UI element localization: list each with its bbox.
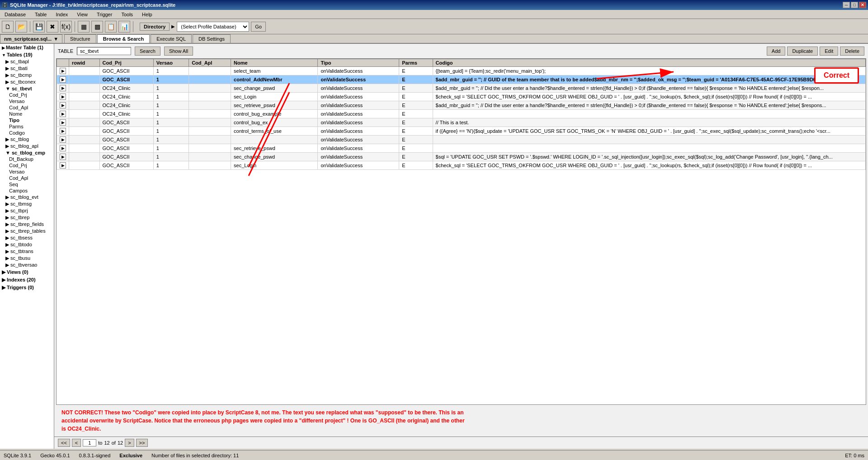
profile-database-dropdown[interactable]: (Select Profile Database) xyxy=(177,22,249,32)
sidebar-item-sc_tbprj[interactable]: ▶ sc_tbprj xyxy=(0,207,54,214)
sidebar-item-sc_tblog_evt[interactable]: ▶ sc_tblog_evt xyxy=(0,194,54,201)
sidebar-field-codigo[interactable]: Codigo xyxy=(0,130,54,136)
sidebar-item-sc_tbrep_tables[interactable]: ▶ sc_tbrep_tables xyxy=(0,228,54,235)
menu-table[interactable]: Table xyxy=(32,11,49,18)
table-row[interactable]: ▶GOC_ASCII1sec_retrieve_pswdonValidateSu… xyxy=(57,144,866,153)
expand-row-button[interactable]: ▶ xyxy=(60,145,66,151)
col-parms[interactable]: Parms xyxy=(399,59,433,67)
col-cod-apl[interactable]: Cod_Apl xyxy=(189,59,231,67)
close-button[interactable]: ✕ xyxy=(859,2,866,8)
table-row[interactable]: ▶OC24_Clinic1sec_LoginonValidateSuccessE… xyxy=(57,93,866,101)
sidebar-field-versao2[interactable]: Versao xyxy=(0,169,54,175)
sidebar-item-sc_tbtrans[interactable]: ▶ sc_tbtrans xyxy=(0,248,54,255)
expand-row-button[interactable]: ▶ xyxy=(60,102,66,108)
chart-btn[interactable]: 📊 xyxy=(118,21,130,33)
col-versao[interactable]: Versao xyxy=(153,59,189,67)
first-page-button[interactable]: << xyxy=(58,439,70,447)
triggers-section[interactable]: ▶ Triggers (0) xyxy=(0,284,54,291)
sidebar-field-tipo[interactable]: Tipo xyxy=(0,117,54,123)
report-btn[interactable]: 📋 xyxy=(105,21,117,33)
menu-help[interactable]: Help xyxy=(139,11,155,18)
menu-trigger[interactable]: Trigger xyxy=(94,11,115,18)
show-all-button[interactable]: Show All xyxy=(164,47,193,56)
expand-row-button[interactable]: ▶ xyxy=(60,94,66,100)
sidebar-item-sc_tblog_cmp[interactable]: ▼ sc_tblog_cmp xyxy=(0,150,54,156)
menu-view[interactable]: View xyxy=(74,11,90,18)
prev-page-button[interactable]: < xyxy=(72,439,81,447)
views-section[interactable]: ▶ Views (0) xyxy=(0,268,54,276)
sidebar-field-cod_prj2[interactable]: Cod_Prj xyxy=(0,162,54,169)
sidebar-item-sc_tbmsg[interactable]: ▶ sc_tbmsg xyxy=(0,201,54,207)
col-cod-prj[interactable]: Cod_Prj xyxy=(99,59,153,67)
sidebar-item-sc_tbtodo[interactable]: ▶ sc_tbtodo xyxy=(0,241,54,248)
sidebar-item-sc_tbversao[interactable]: ▶ sc_tbversao xyxy=(0,262,54,268)
table-row[interactable]: ▶OC24_Clinic1sec_retrieve_pswdonValidate… xyxy=(57,101,866,110)
sidebar-item-sc_tbusu[interactable]: ▶ sc_tbusu xyxy=(0,255,54,262)
data-table-wrapper[interactable]: rowid Cod_Prj Versao Cod_Apl Nome Tipo P… xyxy=(56,58,866,405)
table-row[interactable]: ▶GOC_ASCII1sec_LoginonValidateSuccessE$c… xyxy=(57,161,866,170)
expand-row-button[interactable]: ▶ xyxy=(60,85,66,91)
menu-database[interactable]: Database xyxy=(2,11,28,18)
expand-row-button[interactable]: ▶ xyxy=(60,76,66,83)
sidebar-field-campos[interactable]: Campos xyxy=(0,188,54,194)
table-row[interactable]: ▶OC24_Clinic1control_bug_exampleonValida… xyxy=(57,110,866,118)
menu-index[interactable]: Index xyxy=(53,11,71,18)
add-button[interactable]: Add xyxy=(767,47,786,56)
table-row[interactable]: ▶GOC_ASCII1onValidateSuccessE xyxy=(57,136,866,144)
maximize-button[interactable]: □ xyxy=(851,2,858,8)
tab-structure[interactable]: Structure xyxy=(64,34,96,43)
table-row[interactable]: ▶GOC_ASCII1control_AddNewMbronValidateSu… xyxy=(57,75,866,84)
sidebar-field-versao[interactable]: Versao xyxy=(0,98,54,104)
expand-row-button[interactable]: ▶ xyxy=(60,119,66,126)
expand-row-button[interactable]: ▶ xyxy=(60,111,66,117)
go-button[interactable]: Go xyxy=(251,22,266,32)
sidebar-field-nome[interactable]: Nome xyxy=(0,111,54,117)
table-row[interactable]: ▶OC24_Clinic1sec_change_pswdonValidateSu… xyxy=(57,84,866,93)
tab-db-settings[interactable]: DB Settings xyxy=(193,34,231,43)
col-tipo[interactable]: Tipo xyxy=(318,59,399,67)
close-db-btn[interactable]: ✖ xyxy=(47,21,58,33)
col-nome[interactable]: Nome xyxy=(231,59,318,67)
open-btn[interactable]: 📂 xyxy=(15,21,27,33)
sidebar-field-parms[interactable]: Parms xyxy=(0,123,54,130)
sidebar-item-sc_tbsess[interactable]: ▶ sc_tbsess xyxy=(0,235,54,241)
grid-btn[interactable]: ▩ xyxy=(91,21,103,33)
sidebar-item-sc_tbevt[interactable]: ▼ sc_tbevt xyxy=(0,85,54,92)
last-page-button[interactable]: >> xyxy=(136,439,148,447)
tab-execute-sql[interactable]: Execute SQL xyxy=(151,34,192,43)
expand-row-button[interactable]: ▶ xyxy=(60,128,66,134)
expand-row-button[interactable]: ▶ xyxy=(60,68,66,74)
search-button[interactable]: Search xyxy=(135,47,160,56)
expand-row-button[interactable]: ▶ xyxy=(60,136,66,143)
sidebar-item-sc_tbapl[interactable]: ▶ sc_tbapl xyxy=(0,58,54,65)
sidebar-item-sc_tblog[interactable]: ▶ sc_tblog xyxy=(0,136,54,143)
col-codigo[interactable]: Codigo xyxy=(433,59,865,67)
sidebar-field-seq[interactable]: Seq xyxy=(0,181,54,188)
table-row[interactable]: ▶GOC_ASCII1sec_change_pswdonValidateSucc… xyxy=(57,153,866,161)
table-row[interactable]: ▶GOC_ASCII1select_teamonValidateSuccessE… xyxy=(57,67,866,75)
sidebar-field-dt_backup[interactable]: Dt_Backup xyxy=(0,156,54,162)
menu-tools[interactable]: Tools xyxy=(118,11,136,18)
page-number-input[interactable] xyxy=(83,439,96,446)
expand-row-button[interactable]: ▶ xyxy=(60,162,66,169)
sidebar-item-sc_tbconex[interactable]: ▶ sc_tbconex xyxy=(0,79,54,85)
col-rowid[interactable]: rowid xyxy=(69,59,100,67)
sidebar-item-sc_tbcmp[interactable]: ▶ sc_tbcmp xyxy=(0,72,54,79)
table-row[interactable]: ▶GOC_ASCII1control_terms_of_useonValidat… xyxy=(57,127,866,136)
next-page-button[interactable]: > xyxy=(125,439,134,447)
table-view-btn[interactable]: ▦ xyxy=(78,21,90,33)
new-btn[interactable]: 🗋 xyxy=(2,21,14,33)
sidebar-item-sc_tbrep[interactable]: ▶ sc_tbrep xyxy=(0,214,54,221)
func-btn[interactable]: f(x) xyxy=(60,21,72,33)
edit-button[interactable]: Edit xyxy=(820,47,838,56)
sidebar-item-sc_tbrep_fields[interactable]: ▶ sc_tbrep_fields xyxy=(0,221,54,228)
expand-row-button[interactable]: ▶ xyxy=(60,154,66,160)
sidebar-field-cod_prj[interactable]: Cod_Prj xyxy=(0,92,54,98)
indexes-section[interactable]: ▶ Indexes (20) xyxy=(0,276,54,284)
tab-browse-search[interactable]: Browse & Search xyxy=(97,34,150,43)
sidebar-item-sc_tblog_apl[interactable]: ▶ sc_tblog_apl xyxy=(0,143,54,150)
delete-button[interactable]: Delete xyxy=(840,47,864,56)
table-row[interactable]: ▶GOC_ASCII1control_bug_exonValidateSucce… xyxy=(57,118,866,127)
db-selector[interactable]: nm_scriptcase.sql... ▼ xyxy=(0,34,62,43)
duplicate-button[interactable]: Duplicate xyxy=(787,47,818,56)
